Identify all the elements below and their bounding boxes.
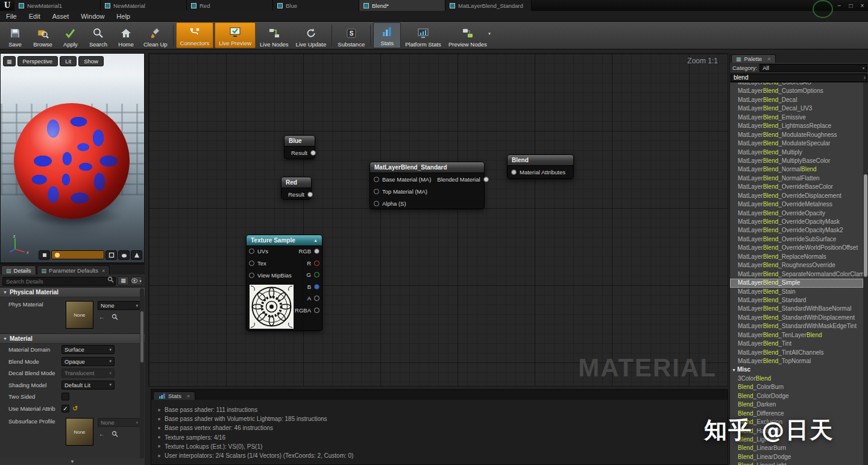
scrollbar-thumb[interactable] bbox=[864, 174, 867, 277]
tab-details[interactable]: ▤ Details bbox=[1, 265, 36, 274]
palette-item[interactable]: MatLayerBlend_ModulateRoughness bbox=[730, 131, 863, 139]
tab-parameter-defaults[interactable]: ▤ Parameter Defaults × bbox=[37, 265, 110, 274]
live-nodes-button[interactable]: Live Nodes bbox=[256, 22, 292, 49]
viewport-options-button[interactable]: ▦ bbox=[3, 56, 16, 66]
asset-thumbnail[interactable]: None bbox=[66, 418, 93, 446]
browse-to-asset-icon[interactable] bbox=[110, 430, 119, 437]
palette-item[interactable]: MatLayerBlend_ColoredAO bbox=[730, 83, 863, 87]
platform-stats-button[interactable]: Platform Stats bbox=[401, 22, 445, 49]
browse-to-asset-icon[interactable] bbox=[110, 313, 119, 320]
palette-item[interactable]: MatLayerBlend_Tint bbox=[730, 340, 863, 348]
clean-up-button[interactable]: Clean Up bbox=[140, 22, 171, 49]
input-pin[interactable] bbox=[249, 261, 254, 266]
palette-item[interactable]: MatLayerBlend_OverrideDisplacement bbox=[730, 192, 863, 200]
palette-item[interactable]: MatLayerBlend_OverrideOpacity bbox=[730, 209, 863, 218]
output-pin[interactable] bbox=[307, 192, 313, 197]
menu-file[interactable]: File bbox=[0, 13, 23, 20]
material-graph-canvas[interactable]: BlueResultRedResultMatLayerBlend_Standar… bbox=[148, 53, 728, 387]
palette-scrollbar[interactable] bbox=[863, 83, 868, 465]
viewport-perspective-button[interactable]: Perspective bbox=[17, 56, 58, 66]
palette-item[interactable]: MatLayerBlend_ReplaceNormals bbox=[730, 253, 863, 261]
collapse-icon[interactable]: ▲ bbox=[313, 238, 318, 242]
node-blue[interactable]: BlueResult bbox=[284, 135, 315, 159]
shape-cylinder-icon[interactable] bbox=[39, 250, 50, 260]
palette-item[interactable]: MatLayerBlend_OverrideBaseColor bbox=[730, 183, 863, 191]
blend-mode-select[interactable]: Opaque▾ bbox=[61, 357, 115, 366]
palette-item[interactable]: MatLayerBlend_StandardWithDisplacement bbox=[730, 314, 863, 322]
palette-item[interactable]: MatLayerBlend_TenLayerBlend bbox=[730, 331, 863, 340]
document-tab-newmaterial[interactable]: NewMaterial bbox=[101, 0, 187, 11]
palette-category-header[interactable]: ▼Misc bbox=[730, 365, 863, 374]
palette-item[interactable]: Blend_ColorBurn bbox=[730, 383, 863, 391]
connectors-button[interactable]: Connectors bbox=[176, 22, 214, 48]
input-pin[interactable] bbox=[374, 189, 379, 194]
viewport-show-button[interactable]: Show bbox=[78, 56, 104, 66]
palette-search-input[interactable] bbox=[731, 74, 867, 82]
document-tab-red[interactable]: Red bbox=[187, 0, 273, 11]
shape-sphere-icon[interactable] bbox=[51, 250, 104, 259]
asset-select[interactable]: None▾ bbox=[98, 301, 141, 310]
details-scrollbar[interactable] bbox=[140, 288, 144, 462]
viewport-lit-button[interactable]: Lit bbox=[60, 56, 77, 66]
palette-item[interactable]: MatLayerBlend_NormalBlend bbox=[730, 165, 863, 174]
input-pin[interactable] bbox=[511, 169, 517, 175]
input-pin[interactable] bbox=[249, 273, 254, 278]
node-matlayer[interactable]: MatLayerBlend_StandardBase Material (MA)… bbox=[370, 162, 485, 209]
asset-thumbnail[interactable]: None bbox=[66, 301, 93, 329]
output-pin-a[interactable] bbox=[314, 296, 319, 301]
document-tab-matlayerblend-standard[interactable]: MatLayerBlend_Standard bbox=[445, 0, 532, 11]
preview-nodes-button[interactable]: Preview Nodes▾ bbox=[445, 22, 491, 49]
palette-item[interactable]: MatLayerBlend_CustomOptions bbox=[730, 87, 863, 95]
home-button[interactable]: Home bbox=[112, 22, 140, 49]
section-physical-material[interactable]: ▼Physical Material bbox=[0, 287, 145, 297]
close-icon[interactable]: × bbox=[102, 268, 105, 274]
two-sided-checkbox[interactable] bbox=[61, 393, 69, 400]
input-pin[interactable] bbox=[249, 248, 254, 254]
live-update-button[interactable]: Live Update bbox=[292, 22, 330, 49]
palette-item[interactable]: MatLayerBlend_Emissive bbox=[730, 113, 863, 122]
close-icon[interactable]: × bbox=[767, 55, 771, 62]
palette-item[interactable]: MatLayerBlend_StandardWithMaskEdgeTint bbox=[730, 322, 863, 331]
output-pin-rgba[interactable] bbox=[314, 308, 319, 313]
document-tab-blend-[interactable]: Blend* bbox=[359, 0, 445, 11]
asset-select[interactable]: None▾ bbox=[98, 418, 141, 427]
input-pin[interactable] bbox=[374, 177, 379, 182]
palette-item[interactable]: MatLayerBlend_OverrideSubSurface bbox=[730, 235, 863, 244]
reset-to-default-icon[interactable]: ↺ bbox=[72, 405, 78, 413]
apply-button[interactable]: Apply bbox=[57, 22, 84, 49]
tab-palette[interactable]: ▦ Palette × bbox=[731, 54, 776, 63]
palette-item[interactable]: MatLayerBlend_ModulateSpecular bbox=[730, 139, 863, 148]
use-material-attrib-checkbox[interactable]: ✓ bbox=[61, 405, 69, 413]
menu-edit[interactable]: Edit bbox=[23, 13, 46, 20]
property-matrix-button[interactable]: ▦ bbox=[118, 276, 129, 285]
shape-custom-icon[interactable] bbox=[131, 250, 142, 260]
material-domain-select[interactable]: Surface▾ bbox=[61, 345, 115, 354]
node-blend[interactable]: BlendMaterial Attributes bbox=[507, 154, 574, 179]
output-pin-b[interactable] bbox=[314, 284, 319, 289]
palette-item[interactable]: MatLayerBlend_OverrideOpacityMask bbox=[730, 218, 863, 226]
browse-button[interactable]: Browse bbox=[29, 22, 57, 49]
menu-asset[interactable]: Asset bbox=[46, 13, 75, 20]
maximize-button[interactable]: □ bbox=[845, 0, 857, 11]
shape-teapot-icon[interactable] bbox=[118, 250, 130, 260]
tab-stats[interactable]: Stats × bbox=[153, 391, 195, 400]
preview-viewport[interactable]: ▦PerspectiveLitShow z x bbox=[0, 53, 145, 263]
search-button[interactable]: Search bbox=[84, 22, 112, 49]
output-pin-rgb[interactable] bbox=[314, 248, 319, 254]
palette-item[interactable]: MatLayerBlend_OverrideMetalness bbox=[730, 200, 863, 209]
use-selected-icon[interactable]: ← bbox=[98, 430, 106, 437]
shading-model-select[interactable]: Default Lit▾ bbox=[61, 381, 115, 390]
palette-item[interactable]: Blend_LinearDodge bbox=[730, 453, 863, 461]
palette-item[interactable]: Blend_Darken bbox=[730, 400, 863, 409]
close-button[interactable]: × bbox=[857, 0, 868, 11]
palette-item[interactable]: MatLayerBlend_StandardWithBaseNormal bbox=[730, 305, 863, 313]
category-select[interactable]: All ▾ bbox=[760, 64, 867, 72]
minimize-button[interactable]: − bbox=[834, 0, 845, 11]
close-icon[interactable]: × bbox=[187, 393, 190, 399]
node-texture[interactable]: Texture Sample▲UVsTexView MipBiasRGBRGBA… bbox=[246, 235, 322, 331]
node-red[interactable]: RedResult bbox=[281, 177, 312, 200]
palette-item[interactable]: MatLayerBlend_OverrideWorldPositionOffse… bbox=[730, 244, 863, 252]
palette-item[interactable]: MatLayerBlend_NormalFlatten bbox=[730, 174, 863, 183]
chevron-down-icon[interactable]: ▾ bbox=[488, 31, 491, 36]
palette-item[interactable]: MatLayerBlend_LightmassReplace bbox=[730, 122, 863, 130]
